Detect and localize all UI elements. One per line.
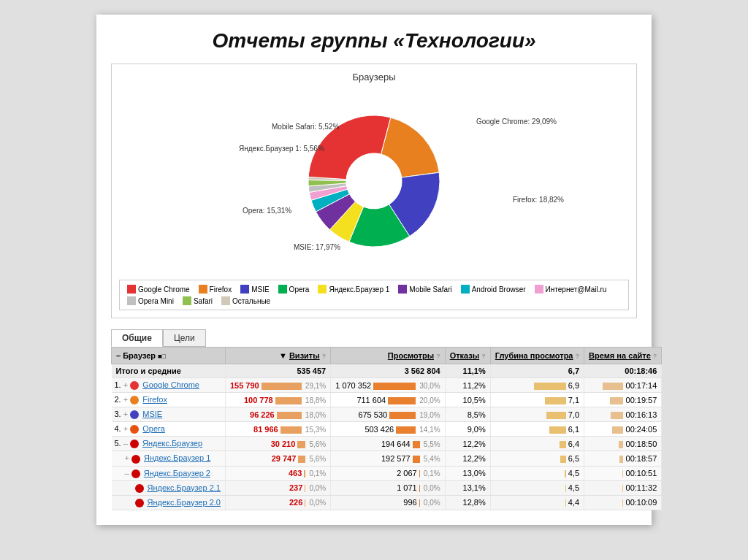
- browsers-table: – Браузер ■□ ▼ Визиты ? Просмотры ? Отка…: [111, 347, 662, 510]
- browser-link[interactable]: Яндекс.Браузер 2.0: [148, 498, 221, 507]
- time-cell: 00:18:50: [584, 437, 662, 451]
- legend-color: [127, 296, 136, 305]
- browser-link[interactable]: Яндекс.Браузер 2.1: [148, 483, 221, 492]
- views-value: 675 530: [358, 410, 387, 419]
- browser-name-cell: 4. + Opera: [112, 422, 226, 437]
- total-label: Итого и средние: [112, 364, 226, 378]
- table-row: + Яндекс.Браузер 1 29 747 5,6% 192 577 5…: [112, 451, 662, 466]
- depth-cell: 6,4: [490, 437, 584, 451]
- views-value: 1 070 352: [335, 381, 371, 390]
- visits-cell: 30 210 5,6%: [225, 437, 330, 451]
- page-title: Отчеты группы «Технологии»: [111, 22, 637, 64]
- browser-link[interactable]: Яндекс.Браузер 1: [144, 453, 210, 462]
- col-depth: Глубина просмотра ?: [490, 348, 584, 364]
- bounce-cell: 13,1%: [445, 480, 490, 495]
- total-time: 00:18:46: [584, 364, 662, 378]
- col-time: Время на сайте ?: [584, 348, 662, 364]
- chart-label-msie: MSIE: 17,97%: [294, 243, 340, 251]
- row-num: 5.: [115, 439, 121, 448]
- depth-cell: 7,0: [490, 407, 584, 422]
- total-views: 3 562 804: [331, 364, 445, 378]
- legend-color: [127, 285, 136, 294]
- views-pct: 19,0%: [419, 411, 440, 419]
- depth-bar: [560, 456, 566, 463]
- time-bar: [622, 499, 623, 507]
- browser-icon: [130, 381, 139, 390]
- browser-icon: [130, 410, 139, 419]
- visits-cell: 29 747 5,6%: [225, 451, 330, 466]
- tab-general[interactable]: Общие: [111, 329, 163, 347]
- depth-cell: 4,5: [490, 466, 584, 480]
- visits-value: 237: [289, 483, 302, 492]
- depth-bar: [565, 499, 566, 507]
- depth-bar: [546, 412, 566, 419]
- donut-hole: [346, 153, 402, 209]
- browser-icon: [131, 455, 140, 464]
- views-value: 192 577: [381, 454, 411, 463]
- visits-bar: [277, 412, 302, 419]
- browser-link[interactable]: Firefox: [142, 395, 167, 404]
- depth-cell: 7,1: [490, 393, 584, 407]
- row-sign: +: [123, 380, 128, 389]
- views-bar: [419, 485, 420, 492]
- row-sign: +: [123, 395, 128, 404]
- browser-link[interactable]: Яндекс.Браузер 2: [144, 469, 210, 477]
- table-row: 3. + MSIE 96 226 18,0% 675 530 19,0% 8,5…: [112, 407, 662, 422]
- visits-value: 29 747: [272, 454, 297, 463]
- depth-cell: 6,1: [490, 422, 584, 437]
- row-num: 1.: [115, 380, 121, 389]
- visits-pct: 18,8%: [305, 396, 326, 404]
- visits-bar: [275, 397, 302, 404]
- table-row: 1. + Google Chrome 155 790 29,1% 1 070 3…: [112, 378, 662, 393]
- bounce-cell: 8,5%: [445, 407, 490, 422]
- table-row: 2. + Firefox 100 778 18,8% 711 604 20,0%…: [112, 393, 662, 407]
- legend-item: Яндекс.Браузер 1: [318, 285, 389, 294]
- row-sign: +: [123, 410, 128, 418]
- views-pct: 30,0%: [419, 382, 440, 390]
- visits-bar: [304, 470, 305, 477]
- time-bar: [622, 485, 623, 492]
- time-cell: 00:19:57: [584, 393, 662, 407]
- visits-cell: 463 0,1%: [225, 466, 330, 480]
- legend-label: Google Chrome: [138, 285, 190, 294]
- legend-color: [461, 285, 470, 294]
- views-pct: 20,0%: [419, 396, 440, 404]
- views-cell: 996 0,0%: [331, 495, 445, 510]
- browser-name-cell: + Яндекс.Браузер 1: [112, 451, 226, 466]
- visits-pct: 0,0%: [309, 499, 326, 507]
- browser-icon: [135, 484, 144, 493]
- browser-link[interactable]: Google Chrome: [142, 380, 199, 389]
- views-pct: 0,0%: [424, 499, 440, 507]
- browser-link[interactable]: MSIE: [142, 410, 162, 418]
- visits-value: 155 790: [230, 381, 259, 390]
- browser-icon: [131, 469, 140, 478]
- depth-cell: 4,4: [490, 495, 584, 510]
- legend-item: Safari: [183, 296, 213, 305]
- views-value: 2 067: [397, 469, 417, 477]
- visits-value: 463: [289, 469, 302, 477]
- visits-cell: 81 966 15,3%: [225, 422, 330, 437]
- visits-bar: [305, 499, 305, 507]
- views-bar: [396, 426, 416, 434]
- chart-label-opera: Opera: 15,31%: [243, 207, 291, 215]
- row-num: 3.: [115, 410, 121, 418]
- bounce-cell: 12,8%: [445, 495, 490, 510]
- visits-cell: 96 226 18,0%: [225, 407, 330, 422]
- tab-goals[interactable]: Цели: [163, 329, 206, 347]
- legend-label: Mobile Safari: [409, 285, 451, 294]
- depth-bar: [565, 485, 566, 492]
- table-row: Яндекс.Браузер 2.0 226 0,0% 996 0,0% 12,…: [112, 495, 662, 510]
- time-bar: [603, 383, 623, 390]
- browser-link[interactable]: Opera: [142, 424, 165, 433]
- visits-value: 96 226: [250, 410, 275, 419]
- views-value: 996: [403, 498, 416, 507]
- visits-value: 226: [289, 498, 302, 507]
- col-bounce: Отказы ?: [445, 348, 490, 364]
- table-row: Яндекс.Браузер 2.1 237 0,0% 1 071 0,0% 1…: [112, 480, 662, 495]
- page-wrapper: Отчеты группы «Технологии» Браузеры Goog…: [96, 15, 652, 525]
- tabs-container: Общие Цели: [111, 329, 637, 347]
- chart-label-yandex: Яндекс.Браузер 1: 5,56%: [239, 145, 324, 153]
- browser-link[interactable]: Яндекс.Браузер: [142, 439, 202, 448]
- time-cell: 00:16:13: [584, 407, 662, 422]
- views-bar: [413, 456, 420, 463]
